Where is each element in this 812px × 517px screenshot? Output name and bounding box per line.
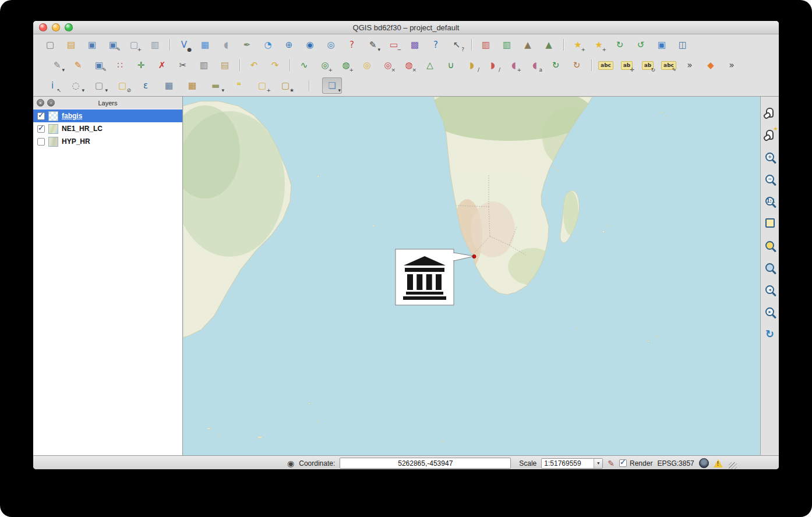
map-tips-icon[interactable]: ❝ (229, 77, 249, 94)
composer-manager-icon[interactable]: ▥ (146, 37, 164, 53)
panel-float-icon[interactable]: ▫ (47, 99, 55, 107)
zoom-last-icon[interactable]: ◂ (762, 282, 778, 297)
full-cumulative-stretch-icon[interactable]: ▲ (540, 37, 557, 53)
redo-icon[interactable]: ↷ (266, 57, 284, 73)
copy-features-icon[interactable]: ▥ (195, 57, 213, 73)
toggle-editing-icon[interactable]: ✎ (69, 57, 87, 73)
zoom-full-icon[interactable] (762, 215, 778, 231)
identify-features-icon[interactable]: i ↖ (43, 77, 62, 94)
rotate-point-symbols-icon[interactable]: ↻ (568, 57, 585, 73)
cut-features-icon[interactable]: ✂ (174, 57, 192, 73)
help-contents-icon[interactable]: ? (427, 37, 444, 53)
add-wms-layer-icon[interactable]: ◔ (259, 37, 277, 53)
pan-to-selection-icon[interactable] (762, 127, 778, 142)
layer-visibility-checkbox[interactable] (37, 112, 45, 120)
save-layer-edits-icon[interactable]: ▣ ✎ (90, 57, 108, 73)
map-window-plugin-icon[interactable]: ▣ (653, 37, 670, 53)
circular-arrows-icon-2[interactable]: ↺ (632, 37, 649, 53)
add-spatialite-layer-icon[interactable]: ✒ (238, 37, 256, 53)
plugin-grid-icon[interactable]: ▩ (406, 37, 423, 53)
paste-features-icon[interactable]: ▤ (216, 57, 234, 73)
delete-part-icon[interactable]: ◍ × (400, 57, 418, 73)
toolbar-overflow-icon-1[interactable]: » (681, 57, 698, 73)
combo-dropdown-icon[interactable]: ▾ (594, 459, 602, 468)
map-marker-point[interactable] (472, 254, 476, 258)
titlebar[interactable]: QGIS bd62f30 – project_default (33, 21, 779, 34)
touch-pan-icon[interactable] (762, 105, 778, 120)
measure-line-icon[interactable]: ▬ ▾ (206, 77, 225, 94)
layer-labeling-icon[interactable]: abc (597, 57, 615, 73)
deselect-all-icon[interactable]: ▢ ⊘ (112, 77, 132, 94)
whats-this-icon[interactable]: ↖ ? (448, 37, 465, 53)
crs-status-icon[interactable] (699, 458, 709, 468)
current-edits-icon[interactable]: ✎ ▾ (48, 57, 66, 73)
split-parts-icon[interactable]: ◗ / (484, 57, 502, 73)
text-annotation-icon[interactable]: ❏ ▾ (322, 77, 342, 94)
resize-grip[interactable] (729, 462, 737, 469)
show-bookmarks-icon[interactable]: ▢ ★ (276, 77, 295, 94)
new-print-composer-icon[interactable]: ▢ + (125, 37, 143, 53)
field-calculator-icon[interactable]: ▦ (182, 77, 202, 94)
add-wfs-layer-icon[interactable]: ◉ (301, 37, 319, 53)
offset-curve-icon[interactable]: ∪ (442, 57, 460, 73)
layer-row[interactable]: NE1_HR_LC (33, 122, 182, 135)
coordinate-input[interactable] (340, 458, 511, 469)
zoom-to-layer-icon[interactable] (762, 260, 778, 275)
split-features-icon[interactable]: ◗ / (463, 57, 481, 73)
new-project-icon[interactable]: ▢ (41, 37, 59, 53)
node-tool-icon[interactable]: ∷ (111, 57, 129, 73)
merge-attributes-icon[interactable]: ◖ a (526, 57, 543, 73)
rotate-feature-icon[interactable]: ↻ (547, 57, 564, 73)
local-histogram-stretch-icon[interactable]: ▥ (477, 37, 495, 53)
stop-rendering-icon[interactable]: ✎ (608, 459, 615, 468)
delete-ring-icon[interactable]: ◎ × (379, 57, 397, 73)
local-cumulative-stretch-icon[interactable]: ▲ (519, 37, 536, 53)
render-checkbox[interactable] (619, 459, 627, 467)
annotation-pen-icon[interactable]: ✎ ▾ (364, 37, 382, 53)
zoom-to-selection-icon[interactable] (762, 238, 778, 253)
layer-row[interactable]: fabgis (33, 109, 182, 122)
fill-ring-icon[interactable]: ◎ (358, 57, 376, 73)
scale-combobox[interactable]: 1:51769559 ▾ (541, 458, 603, 469)
select-by-expression-icon[interactable]: ε (136, 77, 156, 94)
refresh-icon[interactable]: ↻ (762, 326, 778, 341)
select-tool-icon[interactable]: ◌ ▾ (66, 77, 86, 94)
plugin-star-icon-1[interactable]: ★ + (569, 37, 587, 53)
rotate-label-icon[interactable]: ab ↻ (639, 57, 656, 73)
map-canvas[interactable] (183, 97, 760, 455)
save-project-as-icon[interactable]: ▣ ✎ (104, 37, 122, 53)
layer-visibility-checkbox[interactable] (37, 125, 45, 133)
simplify-feature-icon[interactable]: ∿ (295, 57, 313, 73)
layer-visibility-checkbox[interactable] (37, 138, 45, 146)
panel-close-icon[interactable]: × (37, 99, 44, 107)
layer-row[interactable]: HYP_HR (33, 135, 182, 148)
new-bookmark-icon[interactable]: ▢ + (252, 77, 272, 94)
full-histogram-stretch-icon[interactable]: ▥ (498, 37, 516, 53)
merge-features-icon[interactable]: ◖ + (505, 57, 522, 73)
zoom-out-icon[interactable]: − (762, 171, 778, 186)
message-log-icon[interactable] (714, 459, 723, 468)
plugin-pin-icon[interactable]: ◆ (702, 57, 719, 73)
select-rectangle-icon[interactable]: ▢ ▾ (89, 77, 109, 94)
db-manager-icon[interactable]: ◫ (674, 37, 691, 53)
remove-layer-icon[interactable]: ▭ − (385, 37, 403, 53)
add-postgis-layer-icon[interactable]: ◖ (217, 37, 235, 53)
zoom-in-icon[interactable]: + (762, 149, 778, 164)
add-delimited-text-layer-icon[interactable]: ◎ (322, 37, 340, 53)
add-raster-layer-icon[interactable]: ▦ (196, 37, 214, 53)
toolbar-overflow-icon-2[interactable]: » (723, 57, 740, 73)
add-part-icon[interactable]: ◍ + (337, 57, 355, 73)
save-project-icon[interactable]: ▣ (83, 37, 101, 53)
open-project-icon[interactable]: ▤ (62, 37, 80, 53)
move-label-icon[interactable]: ab ✛ (618, 57, 636, 73)
add-vector-layer-icon[interactable]: V ● (175, 37, 193, 53)
undo-icon[interactable]: ↶ (245, 57, 263, 73)
attribute-table-icon[interactable]: ▦ (159, 77, 179, 94)
circular-arrows-icon-1[interactable]: ↻ (611, 37, 629, 53)
plugin-star-icon-2[interactable]: ★ + (590, 37, 608, 53)
zoom-native-icon[interactable]: 1:1 (762, 193, 778, 208)
run-query-icon[interactable]: ? (343, 37, 361, 53)
zoom-next-icon[interactable]: ▸ (762, 304, 778, 319)
add-ring-icon[interactable]: ◎ + (316, 57, 334, 73)
reshape-features-icon[interactable]: △ (421, 57, 439, 73)
